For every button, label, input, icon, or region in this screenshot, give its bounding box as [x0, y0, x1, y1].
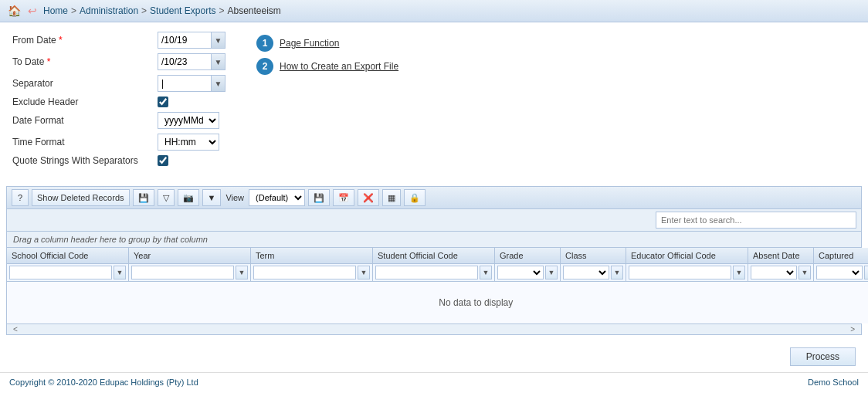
separator-dropdown[interactable]: ▼ — [212, 75, 225, 92]
group-header: Drag a column header here to group by th… — [7, 232, 861, 248]
filter-term: ▼ — [251, 264, 373, 282]
filter-grade: ▼ — [495, 264, 561, 282]
date-format-input-group: yyyyMMdd — [158, 112, 219, 129]
bottom-bar: Process — [0, 341, 868, 372]
copyright-link[interactable]: Copyright © 2010-2020 Edupac Holdings (P… — [9, 378, 198, 387]
main-content: From Date * ▼ To Date * ▼ Separator ▼ — [0, 22, 868, 180]
filter-school-btn[interactable]: ▼ — [114, 266, 126, 279]
to-date-label: To Date * — [12, 56, 151, 67]
time-format-row: Time Format HH:mm — [12, 134, 225, 151]
col-term: Term — [251, 248, 373, 264]
scroll-bar: < > — [7, 323, 861, 334]
filter-absent-date-select[interactable] — [751, 266, 797, 279]
to-date-input-group: ▼ — [158, 53, 225, 70]
date-format-label: Date Format — [12, 115, 151, 126]
filter-student-btn[interactable]: ▼ — [480, 266, 492, 279]
filter-captured-btn[interactable]: ▼ — [864, 266, 868, 279]
help-button[interactable]: ? — [12, 189, 29, 206]
filter-icon: ▽ — [163, 193, 169, 203]
filter-absent-date: ▼ — [748, 264, 814, 282]
time-format-select[interactable]: HH:mm — [158, 134, 219, 151]
grid-toolbar: ? Show Deleted Records 💾 ▽ 📷 ▼ View (Def… — [7, 187, 861, 209]
quote-strings-checkbox[interactable] — [158, 155, 168, 166]
exclude-header-label: Exclude Header — [12, 97, 151, 107]
nav-home[interactable]: Home — [43, 5, 68, 16]
home-icon: 🏠 — [6, 3, 22, 19]
filter-student-input[interactable] — [375, 266, 478, 279]
to-date-input[interactable] — [158, 53, 212, 70]
help-item-2: 2 How to Create an Export File — [256, 58, 856, 75]
exclude-header-checkbox[interactable] — [158, 97, 168, 107]
col-educator-official-code: Educator Official Code — [626, 248, 748, 264]
from-date-label: From Date * — [12, 35, 151, 46]
date-format-row: Date Format yyyyMMdd — [12, 112, 225, 129]
from-date-dropdown[interactable]: ▼ — [212, 32, 225, 49]
col-school-official-code: School Official Code — [7, 248, 129, 264]
save-layout-button[interactable]: 💾 — [133, 189, 154, 206]
filter-captured: ▼ — [814, 264, 869, 282]
time-format-label: Time Format — [12, 137, 151, 147]
delete-button[interactable]: ❌ — [358, 189, 379, 206]
disk-button[interactable]: 💾 — [308, 189, 330, 206]
calendar-button[interactable]: 📅 — [333, 189, 354, 206]
data-table: School Official Code Year Term Student O… — [7, 248, 868, 323]
filter-grade-select[interactable] — [497, 266, 544, 279]
from-date-row: From Date * ▼ — [12, 32, 225, 49]
grid-button[interactable]: ▦ — [382, 189, 401, 206]
separator-input[interactable] — [158, 75, 212, 92]
lock-button[interactable]: 🔒 — [404, 189, 426, 206]
col-class: Class — [561, 248, 626, 264]
table-header-row: School Official Code Year Term Student O… — [7, 248, 868, 264]
back-icon: ↩ — [25, 3, 40, 19]
filter-term-input[interactable] — [253, 266, 356, 279]
from-date-input-group: ▼ — [158, 32, 225, 49]
breadcrumb: 🏠 ↩ Home > Administration > Student Expo… — [0, 0, 868, 22]
filter-class-btn[interactable]: ▼ — [611, 266, 623, 279]
filter-school-input[interactable] — [9, 266, 112, 279]
quote-strings-row: Quote Strings With Separators — [12, 155, 225, 166]
nav-student-exports[interactable]: Student Exports — [150, 5, 215, 16]
search-bar — [7, 209, 861, 232]
camera-button[interactable]: 📷 — [178, 189, 199, 206]
filter-educator-btn[interactable]: ▼ — [733, 266, 745, 279]
nav-admin[interactable]: Administration — [80, 5, 138, 16]
search-input[interactable] — [656, 212, 856, 229]
no-data-cell: No data to display — [7, 282, 868, 324]
help-section: 1 Page Function 2 How to Create an Expor… — [256, 32, 856, 171]
filter-absent-date-btn[interactable]: ▼ — [798, 266, 811, 279]
nav-current: Absenteeism — [227, 5, 280, 16]
help-link-2[interactable]: How to Create an Export File — [280, 61, 398, 72]
view-select[interactable]: (Default) — [249, 189, 305, 206]
filter-year-input[interactable] — [131, 266, 234, 279]
scroll-left[interactable]: < — [12, 325, 19, 334]
filter-term-btn[interactable]: ▼ — [358, 266, 370, 279]
show-deleted-button[interactable]: Show Deleted Records — [32, 189, 130, 206]
filter-educator-input[interactable] — [629, 266, 731, 279]
school-link[interactable]: Demo School — [808, 378, 859, 387]
separator-row: Separator ▼ — [12, 75, 225, 92]
camera-dropdown[interactable]: ▼ — [202, 189, 222, 206]
filter-button[interactable]: ▽ — [158, 189, 175, 206]
filter-educator: ▼ — [626, 264, 748, 282]
filter-class: ▼ — [561, 264, 626, 282]
filter-year: ▼ — [129, 264, 251, 282]
filter-captured-select[interactable] — [816, 266, 863, 279]
view-label: View — [225, 193, 244, 202]
col-captured: Captured — [814, 248, 869, 264]
to-date-dropdown[interactable]: ▼ — [212, 53, 225, 70]
date-format-select[interactable]: yyyyMMdd — [158, 112, 219, 129]
help-link-1[interactable]: Page Function — [280, 38, 339, 49]
filter-class-select[interactable] — [563, 266, 609, 279]
help-item-1: 1 Page Function — [256, 35, 856, 52]
exclude-header-row: Exclude Header — [12, 97, 225, 107]
scroll-right[interactable]: > — [849, 325, 856, 334]
from-date-input[interactable] — [158, 32, 212, 49]
form-section: From Date * ▼ To Date * ▼ Separator ▼ — [12, 32, 225, 171]
filter-year-btn[interactable]: ▼ — [236, 266, 248, 279]
filter-grade-btn[interactable]: ▼ — [545, 266, 558, 279]
footer: Copyright © 2010-2020 Edupac Holdings (P… — [0, 372, 868, 391]
col-grade: Grade — [495, 248, 561, 264]
help-circle-2: 2 — [256, 58, 273, 75]
quote-strings-label: Quote Strings With Separators — [12, 155, 151, 166]
process-button[interactable]: Process — [790, 347, 856, 366]
